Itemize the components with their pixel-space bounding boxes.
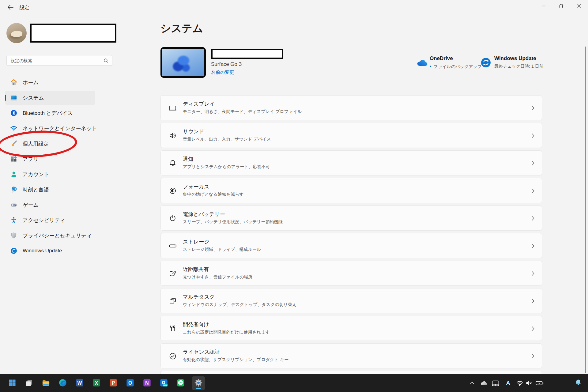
row-storage[interactable]: ストレージ ストレージ領域、ドライブ、構成ルール — [160, 233, 542, 258]
row-title: マルチタスク — [183, 293, 215, 300]
tray-wifi-icon[interactable] — [515, 379, 524, 387]
restore-icon — [559, 4, 564, 9]
sidebar-item-label: Windows Update — [23, 248, 62, 254]
back-arrow-icon — [7, 5, 13, 11]
outlook-new-button[interactable]: ONEW — [157, 376, 171, 390]
svg-text:NEW: NEW — [163, 384, 168, 386]
sidebar-item-network[interactable]: ネットワークとインターネット — [5, 121, 95, 135]
display-icon — [168, 104, 177, 113]
row-subtitle: スリープ、バッテリ使用状況、バッテリー節約機能 — [183, 219, 283, 225]
row-title: フォーカス — [183, 183, 209, 190]
device-wallpaper-thumbnail — [160, 47, 206, 78]
chevron-right-icon — [532, 271, 534, 277]
user-name-redacted — [30, 24, 116, 43]
row-subtitle: 見つけやすさ、受信ファイルの場所 — [183, 274, 252, 280]
outlook-new-icon: ONEW — [160, 379, 168, 388]
row-power-battery[interactable]: 電源とバッテリー スリープ、バッテリ使用状況、バッテリー節約機能 — [160, 205, 542, 231]
row-multitasking[interactable]: マルチタスク ウィンドウのスナップ、デスクトップ、タスクの切り替え — [160, 288, 542, 313]
sidebar-item-accessibility[interactable]: アクセシビリティ — [5, 213, 95, 227]
row-title: 開発者向け — [183, 321, 209, 328]
sidebar-item-personalization[interactable]: 個人用設定 — [5, 137, 95, 151]
row-activation[interactable]: ライセンス認証 有効化の状態、サブスクリプション、プロダクト キー — [160, 343, 542, 368]
edge-button[interactable] — [56, 376, 70, 390]
tray-volume-muted-icon[interactable] — [525, 379, 533, 387]
row-notifications[interactable]: 通知 アプリとシステムからのアラート、応答不可 — [160, 150, 542, 175]
row-developers[interactable]: 開発者向け これらの設定は開発目的だけに使用されます — [160, 316, 542, 341]
outlook-button[interactable]: O — [123, 376, 137, 390]
minimize-button[interactable] — [535, 0, 552, 13]
user-avatar — [6, 23, 27, 43]
system-icon — [10, 94, 17, 101]
powerpoint-icon: P — [109, 379, 118, 388]
chevron-right-icon — [532, 326, 534, 332]
onenote-button[interactable]: N — [140, 376, 154, 390]
settings-list: ディスプレイ モニター、明るさ、夜間モード、ディスプレイ プロファイル サウンド… — [160, 95, 542, 383]
svg-text:X: X — [95, 380, 98, 385]
word-button[interactable]: W — [73, 376, 86, 390]
tray-onedrive-cloud-icon[interactable] — [479, 379, 488, 387]
start-button[interactable] — [6, 376, 19, 390]
row-subtitle: モニター、明るさ、夜間モード、ディスプレイ プロファイル — [183, 109, 302, 115]
row-title: ライセンス認証 — [183, 349, 220, 356]
file-explorer-button[interactable] — [39, 376, 53, 390]
activation-check-icon — [168, 352, 177, 361]
sidebar-item-privacy[interactable]: プライバシーとセキュリティ — [5, 228, 95, 243]
settings-button[interactable] — [192, 376, 205, 390]
sidebar-item-home[interactable]: ホーム — [5, 75, 95, 89]
rename-device-link[interactable]: 名前の変更 — [211, 70, 234, 75]
notification-bell-icon[interactable] — [574, 379, 582, 386]
sidebar-item-gaming[interactable]: ゲーム — [5, 198, 95, 212]
row-display[interactable]: ディスプレイ モニター、明るさ、夜間モード、ディスプレイ プロファイル — [160, 95, 542, 120]
tray-touchpad-icon[interactable] — [491, 379, 500, 387]
restore-button[interactable] — [552, 0, 570, 13]
row-nearby-sharing[interactable]: 近距離共有 見つけやすさ、受信ファイルの場所 — [160, 261, 542, 286]
storage-drive-icon — [168, 241, 177, 251]
windows-update-status-icon — [480, 57, 492, 68]
sidebar-item-label: プライバシーとセキュリティ — [23, 232, 92, 239]
row-subtitle: これらの設定は開発目的だけに使用されます — [183, 330, 270, 335]
sidebar-item-system[interactable]: システム — [5, 91, 95, 105]
sidebar-item-apps[interactable]: アプリ — [5, 152, 95, 166]
tray-chevron-up-icon[interactable] — [468, 379, 476, 387]
vertical-scrollbar[interactable] — [585, 47, 586, 373]
row-title: 電源とバッテリー — [183, 211, 225, 218]
task-view-button[interactable] — [22, 376, 36, 390]
sidebar-item-label: ゲーム — [23, 202, 39, 209]
powerpoint-button[interactable]: P — [107, 376, 120, 390]
row-subtitle: アプリとシステムからのアラート、応答不可 — [183, 164, 270, 170]
windows-update-status: 最終チェック日時: 1 日前 — [494, 64, 544, 69]
sidebar-item-label: アプリ — [23, 156, 39, 163]
onenote-icon: N — [143, 379, 151, 388]
sound-icon — [168, 131, 177, 140]
row-title: サウンド — [183, 128, 204, 135]
gaming-icon — [10, 201, 17, 209]
windows-start-icon — [8, 379, 17, 388]
excel-button[interactable]: X — [90, 376, 103, 390]
accounts-icon — [10, 171, 17, 178]
svg-text:O: O — [128, 380, 132, 385]
onedrive-title[interactable]: OneDrive — [430, 55, 453, 62]
line-button[interactable]: LINE — [174, 376, 187, 390]
sidebar-nav: ホーム システム Bluetooth とデバイス ネットワークとインターネット — [5, 75, 95, 259]
back-button[interactable] — [4, 3, 17, 13]
time-language-icon — [10, 186, 17, 193]
close-button[interactable] — [570, 0, 588, 13]
sidebar-item-accounts[interactable]: アカウント — [5, 167, 95, 181]
row-sound[interactable]: サウンド 音量レベル、出力、入力、サウンド デバイス — [160, 123, 542, 148]
multitask-windows-icon — [168, 296, 177, 306]
tray-battery-charging-icon[interactable] — [535, 379, 544, 387]
sidebar-item-windows-update[interactable]: Windows Update — [5, 244, 95, 258]
sidebar-item-time-language[interactable]: 時刻と言語 — [5, 183, 95, 197]
search-input[interactable] — [7, 58, 104, 63]
svg-text:P: P — [112, 380, 115, 385]
ime-mode-letter: A — [506, 380, 510, 386]
file-explorer-icon — [42, 379, 50, 388]
sidebar-item-bluetooth[interactable]: Bluetooth とデバイス — [5, 106, 95, 120]
row-subtitle: ストレージ領域、ドライブ、構成ルール — [183, 247, 261, 252]
search-box — [6, 55, 112, 66]
row-focus[interactable]: フォーカス 集中の妨げとなる通知を減らす — [160, 178, 542, 203]
windows-update-title[interactable]: Windows Update — [494, 55, 536, 62]
tray-ime-indicator[interactable]: A — [504, 379, 512, 387]
search-icon — [104, 58, 108, 63]
svg-text:N: N — [145, 380, 149, 385]
